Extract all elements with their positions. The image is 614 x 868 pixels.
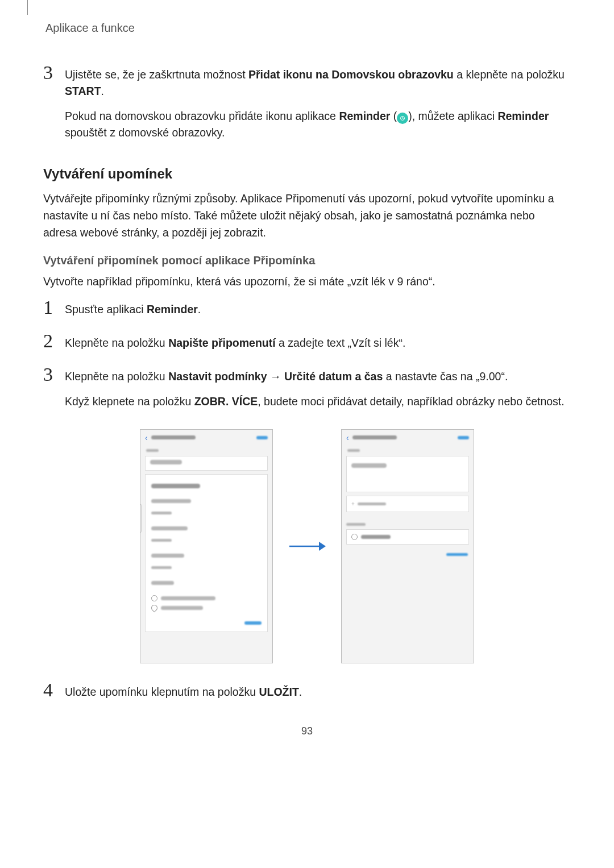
text: Když klepnete na položku [65, 395, 194, 408]
blurred-text [151, 526, 188, 530]
text: Klepněte na položku [65, 337, 168, 349]
back-icon: ‹ [145, 433, 148, 442]
text: spouštět z domovské obrazovky. [65, 126, 225, 139]
back-icon: ‹ [346, 433, 349, 442]
step-number: 2 [43, 331, 63, 351]
clock-icon [351, 534, 358, 540]
text: Klepněte na položku [65, 370, 168, 383]
subsection-heading: Vytváření připomínek pomocí aplikace Při… [43, 254, 571, 267]
text: ), můžete aplikaci [408, 110, 497, 122]
screenshots-row: ‹ [43, 429, 571, 663]
text: . [198, 303, 201, 315]
blurred-title [151, 435, 196, 439]
step-4: 4 Uložte upomínku klepnutím na položku U… [43, 680, 571, 708]
blurred-sub [151, 539, 172, 542]
step-body: Ujistěte se, že je zaškrtnuta možnost Př… [65, 63, 571, 149]
text-bold: ULOŽIT [259, 686, 298, 698]
section-heading: Vytváření upomínek [43, 166, 571, 182]
blurred-save [256, 436, 268, 439]
location-icon [150, 604, 159, 613]
text: Spusťte aplikaci [65, 303, 147, 315]
text-bold: START [65, 85, 101, 97]
blurred-cancel [244, 621, 262, 625]
text: a klepněte na položku [454, 68, 565, 81]
blurred-viewmore [446, 553, 468, 556]
step-body: Uložte upomínku klepnutím na položku ULO… [65, 680, 302, 708]
blurred-text [161, 596, 215, 600]
step-3-top: 3 Ujistěte se, že je zaškrtnuta možnost … [43, 63, 571, 149]
phone-textarea [346, 456, 469, 492]
section-paragraph: Vytvářejte připomínky různými způsoby. A… [43, 190, 571, 242]
phone-mockup-left: ‹ [140, 429, 273, 663]
text: , budete moci přidávat detaily, napříkla… [258, 395, 564, 408]
text-bold: Reminder [147, 303, 198, 315]
blurred-label [146, 449, 159, 452]
phone-titlebar: ‹ [342, 430, 474, 445]
blurred-text [151, 554, 184, 558]
text-bold: Reminder [339, 110, 390, 122]
text: Uložte upomínku klepnutím na položku [65, 686, 259, 698]
text: Ujistěte se, že je zaškrtnuta možnost [65, 68, 248, 81]
blurred-save [458, 436, 469, 439]
text: Pokud na domovskou obrazovku přidáte iko… [65, 110, 339, 122]
step-number: 4 [43, 680, 63, 700]
text-bold: Napište připomenutí [168, 337, 276, 349]
phone-checklist: + [346, 496, 469, 512]
clock-icon [151, 595, 157, 601]
blurred-sub [151, 566, 172, 569]
blurred-heading [151, 484, 200, 488]
text: a nastavte čas na „9.00“. [383, 370, 508, 383]
text-bold: Přidat ikonu na Domovskou obrazovku [248, 68, 454, 81]
blurred-text [161, 606, 203, 610]
phone-condition-row [346, 529, 469, 545]
page-header: Aplikace a funkce [45, 22, 571, 35]
blurred-title [352, 435, 397, 439]
blurred-text [151, 581, 174, 585]
step-body: Klepněte na položku Napište připomenutí … [65, 331, 405, 359]
blurred-text [351, 463, 387, 468]
blurred-sub [151, 512, 172, 514]
text-bold: Určité datum a čas [284, 370, 383, 383]
step-body: Spusťte aplikaci Reminder. [65, 298, 201, 326]
side-handle [140, 504, 142, 533]
blurred-label [347, 449, 360, 452]
step-number: 3 [43, 63, 63, 82]
step-body: Klepněte na položku Nastavit podmínky → … [65, 365, 565, 418]
section-paragraph: Vytvořte například připomínku, která vás… [43, 273, 571, 290]
text: . [101, 85, 104, 97]
page-tick [27, 0, 28, 15]
blurred-text [150, 460, 182, 464]
svg-marker-2 [319, 542, 326, 551]
phone-mockup-right: ‹ + [341, 429, 474, 663]
text-bold: Nastavit podmínky [168, 370, 267, 383]
blurred-text [151, 499, 191, 503]
step-1: 1 Spusťte aplikaci Reminder. [43, 298, 571, 326]
text: . [299, 686, 302, 698]
blurred-label [346, 523, 366, 526]
text: ( [390, 110, 397, 122]
plus-icon: + [351, 501, 355, 507]
arrow-text: → [267, 370, 284, 383]
blurred-text [358, 502, 386, 505]
text: a zadejte text „Vzít si lék“. [276, 337, 406, 349]
page-number: 93 [43, 725, 571, 737]
phone-titlebar: ‹ [140, 430, 272, 445]
phone-input [145, 456, 268, 471]
text-bold: Reminder [497, 110, 549, 122]
step-3: 3 Klepněte na položku Nastavit podmínky … [43, 365, 571, 418]
step-number: 1 [43, 298, 63, 317]
reminder-app-icon [397, 113, 408, 124]
step-number: 3 [43, 365, 63, 384]
text-bold: ZOBR. VÍCE [194, 395, 258, 408]
phone-conditions-card [145, 474, 268, 632]
blurred-text [361, 535, 391, 539]
arrow-icon [284, 539, 330, 553]
step-2: 2 Klepněte na položku Napište připomenut… [43, 331, 571, 359]
